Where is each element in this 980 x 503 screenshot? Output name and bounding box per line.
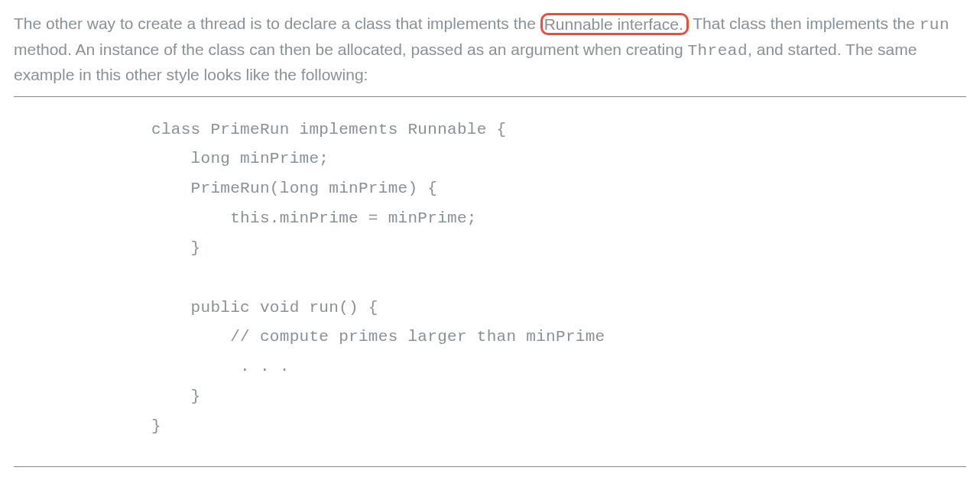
inline-code-run: run xyxy=(920,16,949,34)
desc-part3: method. An instance of the class can the… xyxy=(14,41,687,58)
inline-code-thread: Thread xyxy=(687,42,748,60)
highlighted-text: Runnable interface. xyxy=(540,13,689,35)
desc-part1: The other way to create a thread is to d… xyxy=(14,15,540,32)
description-paragraph: The other way to create a thread is to d… xyxy=(14,11,966,87)
code-example: class PrimeRun implements Runnable { lon… xyxy=(14,97,966,466)
desc-part2: That class then implements the xyxy=(689,15,920,32)
bottom-divider xyxy=(14,466,966,467)
